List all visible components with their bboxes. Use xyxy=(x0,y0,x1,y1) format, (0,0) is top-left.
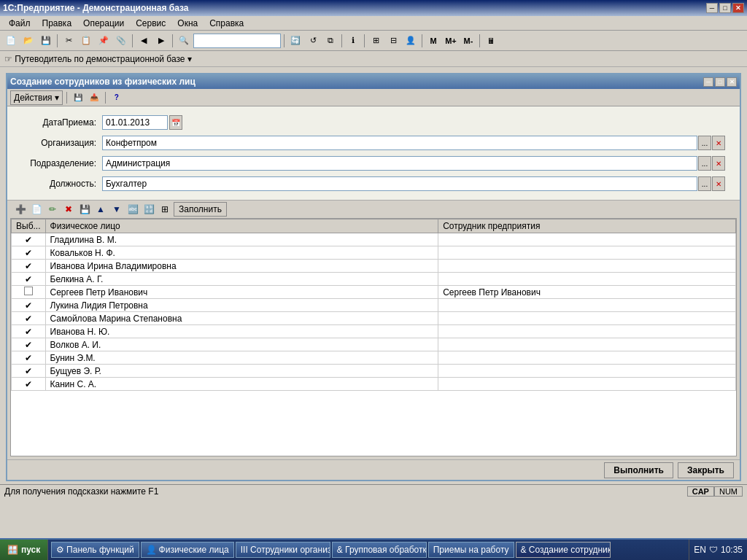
copy3-btn[interactable]: ⧉ xyxy=(322,33,338,49)
bottom-bar: Выполнить Закрыть xyxy=(7,459,740,480)
taskbar-item-1[interactable]: 👤 Физические лица xyxy=(141,542,234,558)
dialog-restore[interactable]: □ xyxy=(715,77,725,87)
position-clear-btn[interactable]: ✕ xyxy=(712,176,725,191)
org-row: Организация: ... ✕ xyxy=(22,136,725,150)
post-btn[interactable]: 📥 xyxy=(87,90,101,105)
taskbar-item-4[interactable]: Приемы на работу xyxy=(428,542,514,558)
restore-button[interactable]: □ xyxy=(719,3,731,13)
start-button[interactable]: 🪟 пуск xyxy=(0,540,48,560)
close-dialog-button[interactable]: Закрыть xyxy=(678,462,734,478)
check-icon: ✔ xyxy=(25,235,32,245)
sort-za-btn[interactable]: 🔡 xyxy=(142,202,156,217)
fill-button[interactable]: Заполнить xyxy=(174,202,227,217)
help-btn[interactable]: ? xyxy=(109,90,124,105)
table-row[interactable]: ✔Бущуев Э. Р. xyxy=(12,365,736,378)
sort-az-btn[interactable]: 🔤 xyxy=(125,202,140,217)
dept-clear-btn[interactable]: ✕ xyxy=(712,156,725,171)
row-checkbox[interactable]: ✔ xyxy=(12,365,46,378)
dialog-minimize[interactable]: ─ xyxy=(703,77,713,87)
copy-row-btn[interactable]: 📄 xyxy=(29,202,44,217)
move-up-btn[interactable]: ▲ xyxy=(93,202,108,217)
user-btn[interactable]: 👤 xyxy=(403,33,419,49)
back-btn[interactable]: ◀ xyxy=(136,33,152,49)
table-row[interactable]: ✔Иванова Ирина Владимировна xyxy=(12,260,736,273)
group-btn[interactable]: ⊞ xyxy=(158,202,172,217)
mminus-btn[interactable]: M- xyxy=(460,33,476,49)
menu-windows[interactable]: Окна xyxy=(171,17,204,30)
row-checkbox[interactable]: ✔ xyxy=(12,273,46,286)
refresh-btn[interactable]: 🔄 xyxy=(287,33,303,49)
forward-btn[interactable]: ▶ xyxy=(153,33,169,49)
toolbar-search[interactable] xyxy=(193,34,281,48)
menu-edit[interactable]: Правка xyxy=(36,17,78,30)
table-row[interactable]: ✔Белкина А. Г. xyxy=(12,273,736,286)
table-row[interactable]: ✔Иванова Н. Ю. xyxy=(12,325,736,338)
add-row-btn[interactable]: ➕ xyxy=(13,202,28,217)
breadcrumb[interactable]: ☞ Путеводитель по демонстрационной базе … xyxy=(4,54,192,64)
menu-help[interactable]: Справка xyxy=(204,17,249,30)
row-checkbox[interactable]: ✔ xyxy=(12,351,46,365)
table-row[interactable]: ✔Волков А. И. xyxy=(12,338,736,351)
menu-operations[interactable]: Операции xyxy=(77,17,130,30)
actions-menu[interactable]: Действия ▾ xyxy=(10,90,63,105)
menu-service[interactable]: Сервис xyxy=(130,17,171,30)
row-checkbox[interactable]: ✔ xyxy=(12,338,46,351)
table-row[interactable]: Сергеев Петр ИвановичСергеев Петр Иванов… xyxy=(12,286,736,299)
paste2-btn[interactable]: 📎 xyxy=(113,33,129,49)
date-input[interactable] xyxy=(102,115,168,130)
mplus-btn[interactable]: M+ xyxy=(443,33,459,49)
new-btn[interactable]: 📄 xyxy=(3,33,19,49)
delete-row-btn[interactable]: ✖ xyxy=(61,202,76,217)
check-icon: ✔ xyxy=(25,366,32,376)
taskbar-item-2[interactable]: III Сотрудники организ... xyxy=(236,542,330,558)
refresh2-btn[interactable]: ↺ xyxy=(305,33,321,49)
move-down-btn[interactable]: ▼ xyxy=(109,202,124,217)
save-btn[interactable]: 💾 xyxy=(38,33,54,49)
dialog-close[interactable]: ✕ xyxy=(727,77,737,87)
row-checkbox[interactable]: ✔ xyxy=(12,299,46,312)
save-table-btn[interactable]: 💾 xyxy=(77,202,92,217)
taskbar-item-3[interactable]: & Групповая обработк... xyxy=(332,542,427,558)
position-input[interactable] xyxy=(102,176,697,191)
table-row[interactable]: ✔Ковальков Н. Ф. xyxy=(12,246,736,260)
row-checkbox[interactable]: ✔ xyxy=(12,260,46,273)
table-row[interactable]: ✔Канин С. А. xyxy=(12,378,736,391)
dept-input[interactable] xyxy=(102,156,697,171)
table-row[interactable]: ✔Самойлова Марина Степановна xyxy=(12,312,736,325)
row-checkbox[interactable]: ✔ xyxy=(12,246,46,260)
execute-button[interactable]: Выполнить xyxy=(604,462,673,478)
table-row[interactable]: ✔Бунин Э.М. xyxy=(12,351,736,365)
paste-btn[interactable]: 📌 xyxy=(96,33,112,49)
edit-row-btn[interactable]: ✏ xyxy=(45,202,60,217)
position-select-btn[interactable]: ... xyxy=(698,176,711,191)
save-record-btn[interactable]: 💾 xyxy=(71,90,85,105)
org-select-btn[interactable]: ... xyxy=(698,136,711,150)
dept-select-btn[interactable]: ... xyxy=(698,156,711,171)
minimize-button[interactable]: ─ xyxy=(706,3,718,13)
copy-btn[interactable]: 📋 xyxy=(78,33,94,49)
row-person: Белкина А. Г. xyxy=(45,273,438,286)
taskbar-item-0[interactable]: ⚙ Панель функций xyxy=(51,542,139,558)
calendar-icon[interactable]: 📅 xyxy=(169,115,182,130)
close-button[interactable]: ✕ xyxy=(732,3,744,13)
row-checkbox[interactable]: ✔ xyxy=(12,312,46,325)
org-input[interactable] xyxy=(102,136,697,150)
org-clear-btn[interactable]: ✕ xyxy=(712,136,725,150)
table-row[interactable]: ✔Лукина Лидия Петровна xyxy=(12,299,736,312)
cut-btn[interactable]: ✂ xyxy=(61,33,77,49)
table-row[interactable]: ✔Гладилина В. М. xyxy=(12,233,736,246)
row-checkbox[interactable] xyxy=(12,286,46,299)
grid2-btn[interactable]: ⊟ xyxy=(385,33,401,49)
grid-btn[interactable]: ⊞ xyxy=(368,33,384,49)
taskbar-item-5[interactable]: & Создание сотрудник... xyxy=(516,542,611,558)
row-checkbox[interactable]: ✔ xyxy=(12,378,46,391)
row-checkbox[interactable]: ✔ xyxy=(12,233,46,246)
search-btn[interactable]: 🔍 xyxy=(176,33,192,49)
info-btn[interactable]: ℹ xyxy=(345,33,361,49)
calc-btn[interactable]: 🖩 xyxy=(483,33,499,49)
open-btn[interactable]: 📂 xyxy=(20,33,36,49)
m-btn[interactable]: M xyxy=(425,33,441,49)
menu-file[interactable]: Файл xyxy=(3,17,36,30)
data-table-container[interactable]: Выб... Физическое лицо Сотрудник предпри… xyxy=(10,218,737,456)
row-checkbox[interactable]: ✔ xyxy=(12,325,46,338)
